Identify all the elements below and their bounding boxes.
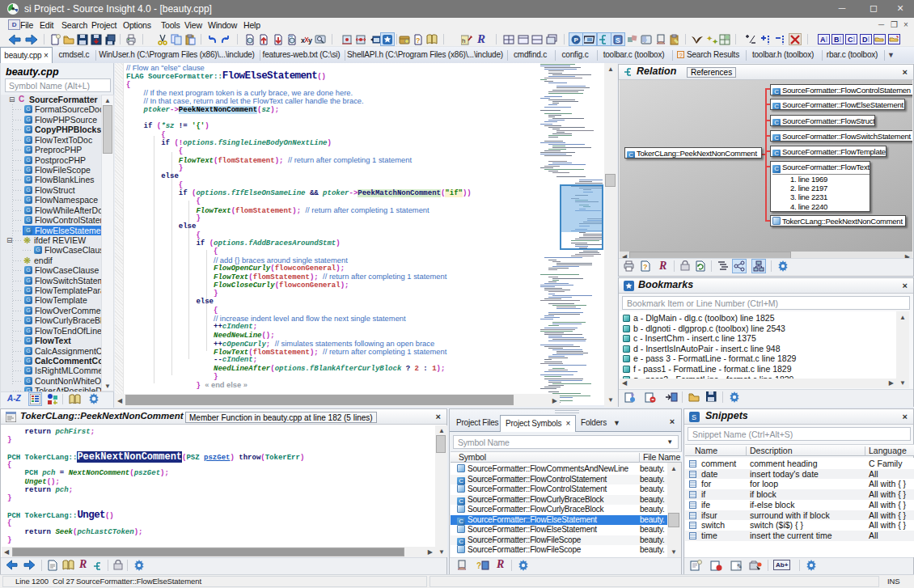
svg-text:y: y: [308, 36, 312, 44]
svg-text:x: x: [301, 36, 305, 44]
svg-text:D: D: [862, 36, 868, 44]
svg-text:✦: ✦: [712, 37, 718, 45]
svg-text:S: S: [616, 36, 620, 44]
svg-text:?: ?: [476, 561, 481, 570]
svg-text:✎: ✎: [737, 563, 743, 570]
svg-text:A: A: [820, 36, 826, 44]
svg-text:C: C: [848, 36, 853, 44]
svg-text:P: P: [574, 36, 579, 44]
svg-text:?: ?: [643, 263, 648, 271]
svg-text:S: S: [692, 413, 696, 421]
svg-text:h: h: [462, 37, 465, 44]
svg-text:B: B: [834, 36, 840, 44]
svg-text:?: ?: [416, 36, 421, 44]
